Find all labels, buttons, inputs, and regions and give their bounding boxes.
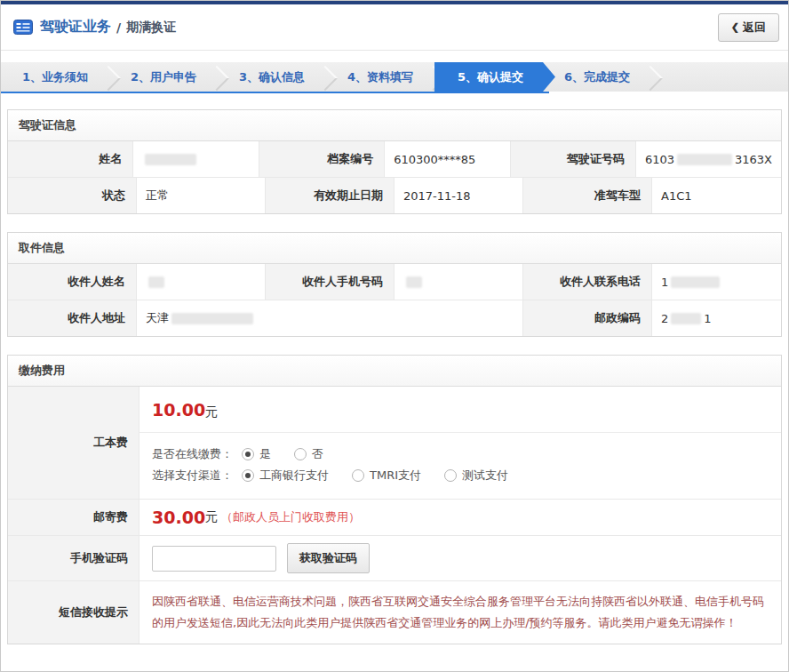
step-progress-bar: 1、业务须知 2、用户申告 3、确认信息 4、资料填写 5、确认提交 6、完成提… — [1, 62, 788, 92]
step-label: 2、用户申告 — [131, 69, 196, 85]
section-license-info: 驾驶证信息 姓名 档案编号 610300****85 驾驶证号码 6103316… — [7, 109, 782, 214]
redacted-value — [145, 154, 196, 165]
radio-selected-icon[interactable] — [242, 448, 254, 460]
mailing-fee-row: 邮寄费 30.00元（邮政人员上门收取费用） — [8, 499, 781, 535]
postcode-suffix: 1 — [704, 312, 711, 325]
table-row: 收件人地址 天津 邮政编码 21 — [8, 300, 781, 336]
sms-tip-row: 短信接收提示 因陕西省联通、电信运营商技术问题，陕西省互联网交通安全综合服务管理… — [8, 580, 781, 644]
section-title: 取件信息 — [8, 233, 781, 264]
sms-code-value: 获取验证码 — [139, 536, 781, 580]
radio-selected-icon[interactable] — [242, 469, 254, 482]
step-label: 6、完成提交 — [564, 69, 630, 85]
table-row: 姓名 档案编号 610300****85 驾驶证号码 61033163X — [8, 141, 781, 177]
field-value-recipient-name — [137, 264, 266, 300]
step-4-fill-data: 4、资料填写 — [326, 62, 434, 92]
sms-tip-text: 因陕西省联通、电信运营商技术问题，陕西省互联网交通安全综合服务管理平台无法向持陕… — [139, 581, 781, 644]
section-pickup-info: 取件信息 收件人姓名 收件人手机号码 收件人联系电话 1 收件人地址 天津 邮政… — [7, 232, 782, 337]
radio-label: TMRI支付 — [370, 468, 421, 484]
field-label-address: 收件人地址 — [8, 300, 137, 336]
breadcrumb-separator: / — [116, 20, 121, 35]
redacted-value — [406, 276, 422, 288]
field-value-status: 正常 — [137, 178, 266, 213]
page-header: 驾驶证业务 / 期满换证 ❮ 返回 — [1, 4, 788, 51]
postcode-prefix: 2 — [661, 312, 668, 325]
field-label-sms-code: 手机验证码 — [8, 536, 139, 580]
redacted-value — [671, 313, 701, 324]
sms-code-input[interactable] — [152, 546, 276, 572]
field-label-mailing-fee: 邮寄费 — [8, 500, 139, 535]
production-fee-unit: 元 — [205, 404, 218, 419]
field-label-recipient-mobile: 收件人手机号码 — [266, 264, 394, 300]
field-label-postcode: 邮政编码 — [523, 300, 652, 336]
redacted-value — [677, 154, 732, 165]
license-no-prefix: 6103 — [645, 153, 674, 166]
step-6-complete-submit: 6、完成提交 — [543, 62, 651, 92]
step-2-user-declaration: 2、用户申告 — [109, 62, 218, 92]
step-3-confirm-info: 3、确认信息 — [218, 62, 326, 92]
radio-unselected-icon[interactable] — [444, 469, 457, 482]
field-value-recipient-mobile — [394, 264, 523, 300]
field-value-file-no: 610300****85 — [385, 141, 510, 177]
step-1-business-notice: 1、业务须知 — [1, 62, 109, 92]
radio-unselected-icon[interactable] — [294, 448, 307, 460]
get-sms-code-button[interactable]: 获取验证码 — [287, 543, 370, 573]
online-payment-question-row: 是否在线缴费： 是 否 — [152, 446, 769, 462]
table-row: 状态 正常 有效期止日期 2017-11-18 准驾车型 A1C1 — [8, 177, 781, 213]
production-fee-row: 工本费 10.00元 是否在线缴费： 是 否 选择支付渠道： 工商银行支付 TM… — [8, 387, 781, 499]
radio-label: 测试支付 — [462, 468, 508, 484]
field-label-status: 状态 — [8, 178, 137, 213]
field-value-postcode: 21 — [652, 300, 781, 336]
field-value-address: 天津 — [137, 300, 523, 336]
section-payment-fees: 缴纳费用 工本费 10.00元 是否在线缴费： 是 否 选择支付渠道： 工商银行… — [7, 355, 782, 644]
redacted-value — [148, 276, 164, 288]
online-payment-question: 是否在线缴费： — [152, 446, 233, 462]
license-no-suffix: 3163X — [735, 153, 772, 166]
back-button[interactable]: ❮ 返回 — [718, 13, 779, 42]
field-value-vehicle-type: A1C1 — [652, 178, 781, 213]
field-value-valid-until: 2017-11-18 — [394, 178, 523, 213]
payment-options-block: 是否在线缴费： 是 否 选择支付渠道： 工商银行支付 TMRI支付 测试支付 — [139, 433, 781, 499]
production-fee-amount-line: 10.00元 — [139, 387, 781, 433]
radio-label: 工商银行支付 — [259, 468, 329, 484]
step-label: 4、资料填写 — [347, 69, 413, 85]
radio-online-no[interactable]: 否 — [294, 446, 323, 462]
mailing-fee-amount: 30.00 — [152, 508, 205, 527]
field-label-file-no: 档案编号 — [259, 141, 385, 177]
production-fee-value: 10.00元 是否在线缴费： 是 否 选择支付渠道： 工商银行支付 TMRI支付… — [139, 387, 781, 499]
breadcrumb-current: 期满换证 — [126, 20, 176, 36]
redacted-value — [671, 276, 720, 288]
field-value-recipient-phone: 1 — [652, 264, 781, 300]
sms-code-row: 手机验证码 获取验证码 — [8, 535, 781, 580]
payment-channel-question-row: 选择支付渠道： 工商银行支付 TMRI支付 测试支付 — [152, 468, 769, 484]
radio-channel-icbc[interactable]: 工商银行支付 — [242, 468, 329, 484]
radio-online-yes[interactable]: 是 — [242, 446, 271, 462]
radio-unselected-icon[interactable] — [352, 469, 364, 482]
table-row: 收件人姓名 收件人手机号码 收件人联系电话 1 — [8, 264, 781, 300]
step-label: 1、业务须知 — [22, 69, 88, 85]
step-label: 5、确认提交 — [458, 69, 523, 85]
field-label-production-fee: 工本费 — [8, 387, 139, 499]
radio-channel-test[interactable]: 测试支付 — [444, 468, 508, 484]
phone-prefix: 1 — [661, 276, 668, 289]
page-title: 驾驶证业务 — [40, 18, 111, 36]
mailing-fee-note: （邮政人员上门收取费用） — [221, 509, 360, 525]
radio-label: 是 — [259, 446, 271, 462]
back-chevron-icon: ❮ — [731, 21, 739, 33]
field-value-name — [133, 141, 259, 177]
step-label: 3、确认信息 — [239, 69, 305, 85]
field-label-recipient-phone: 收件人联系电话 — [523, 264, 652, 300]
footer-actions: 上一步 完成 — [1, 644, 788, 672]
field-label-recipient-name: 收件人姓名 — [8, 264, 137, 300]
address-prefix: 天津 — [146, 310, 169, 326]
production-fee-amount: 10.00 — [152, 400, 205, 420]
field-label-name: 姓名 — [8, 141, 133, 177]
radio-label: 否 — [312, 446, 323, 462]
step-5-confirm-submit-active: 5、确认提交 — [434, 62, 555, 92]
payment-channel-question: 选择支付渠道： — [152, 468, 233, 484]
radio-channel-tmri[interactable]: TMRI支付 — [352, 468, 421, 484]
field-label-license-no: 驾驶证号码 — [511, 141, 636, 177]
redacted-value — [171, 313, 253, 324]
field-value-license-no: 61033163X — [636, 141, 781, 177]
field-label-valid-until: 有效期止日期 — [266, 178, 394, 213]
mailing-fee-value: 30.00元（邮政人员上门收取费用） — [139, 500, 781, 535]
